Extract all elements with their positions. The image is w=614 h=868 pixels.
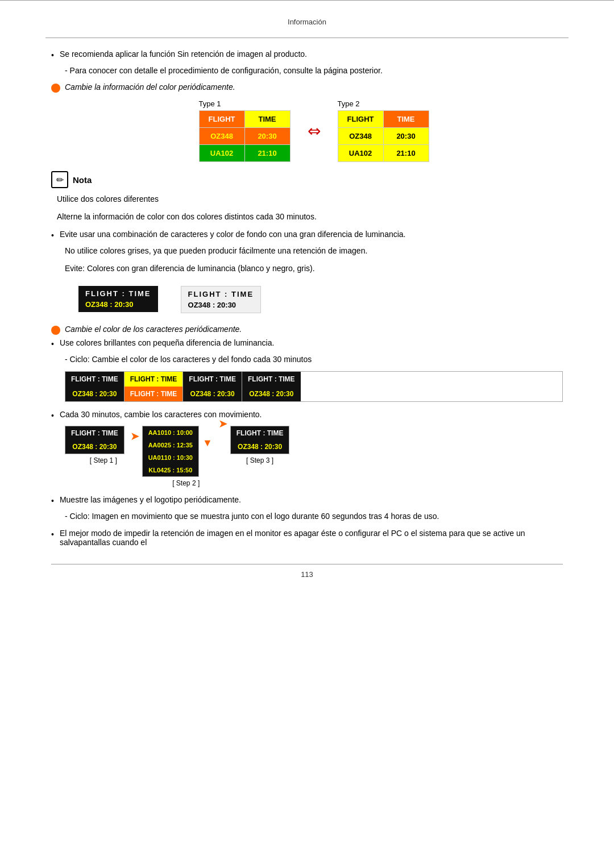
type2-wrapper: Type 2 FLIGHT TIME OZ348 20:30 UA102 21:…	[338, 99, 429, 162]
flight-tables-container: Type 1 FLIGHT TIME OZ348 20:30 UA102 21:…	[65, 99, 563, 162]
t2-time1: 20:30	[383, 128, 429, 145]
bullet-text-3: Use colores brillantes con pequeña difer…	[60, 338, 274, 347]
step3-label: [ Step 3 ]	[246, 456, 273, 464]
step3-bot: OZ348 : 20:30	[231, 440, 289, 454]
cycle-boxes: FLIGHT : TIME OZ348 : 20:30 FLIGHT : TIM…	[65, 371, 563, 402]
step2-row2: AA0025 : 12:35	[143, 439, 198, 451]
bullet-item-3: • Use colores brillantes con pequeña dif…	[51, 338, 563, 348]
t2-col-flight: FLIGHT	[338, 111, 383, 128]
type2-label: Type 2	[338, 99, 360, 108]
bullet-item-1: • Se recomienda aplicar la función Sin r…	[51, 49, 563, 60]
light-box-row2: OZ348 : 20:30	[188, 301, 254, 309]
bullet-item-5: • Muestre las imágenes y el logotipo per…	[51, 495, 563, 505]
light-box-row1: FLIGHT : TIME	[188, 290, 254, 298]
bullet-text-1: Se recomienda aplicar la función Sin ret…	[60, 49, 307, 59]
step2-down-arrow: ▼	[202, 437, 213, 449]
bullet2-sub2: Evite: Colores con gran diferencia de lu…	[65, 262, 563, 275]
t2-oz348: OZ348	[338, 128, 383, 145]
orange-dot-2	[51, 326, 60, 335]
light-flight-box: FLIGHT : TIME OZ348 : 20:30	[181, 286, 262, 313]
bullet5-sub: - Ciclo: Imagen en movimiento que se mue…	[65, 510, 563, 522]
page-title: Información	[288, 18, 326, 26]
cycle-box-1: FLIGHT : TIME OZ348 : 20:30	[65, 372, 125, 401]
t1-ua102: UA102	[199, 145, 244, 162]
nota-box: ✏ Nota	[51, 171, 563, 188]
step1-bot: OZ348 : 20:30	[65, 440, 124, 454]
t2-time2: 21:10	[383, 145, 429, 162]
t1-time2: 21:10	[244, 145, 290, 162]
nota-line2: Alterne la información de color con dos …	[57, 210, 563, 223]
page-number: 113	[51, 564, 563, 579]
nota-line1: Utilice dos colores diferentes	[57, 193, 563, 205]
step3-top: FLIGHT : TIME	[231, 426, 289, 440]
cycle-cell-2-top: FLIGHT : TIME	[125, 372, 183, 387]
step1-block: FLIGHT : TIME OZ348 : 20:30 ➤ [ Step 1 ]	[65, 426, 142, 464]
bullet-item-4: • Cada 30 minutos, cambie los caracteres…	[51, 410, 563, 420]
step1-top: FLIGHT : TIME	[65, 426, 124, 440]
t1-time1: 20:30	[244, 128, 290, 145]
type1-table: FLIGHT TIME OZ348 20:30 UA102 21:10	[199, 110, 291, 162]
orange-bullet-1: Cambie la información del color periódic…	[51, 82, 563, 93]
bullet1-sub: - Para conocer con detalle el procedimie…	[65, 64, 563, 77]
type1-wrapper: Type 1 FLIGHT TIME OZ348 20:30 UA102 21:…	[199, 99, 291, 162]
t1-col-flight: FLIGHT	[199, 111, 244, 128]
bullet-text-4: Cada 30 minutos, cambie los caracteres c…	[60, 410, 262, 419]
cycle-cell-2-bot: FLIGHT : TIME	[125, 387, 183, 401]
bullet3-sub: - Ciclo: Cambie el color de los caracter…	[65, 353, 563, 366]
bullet-text-2: Evite usar una combinación de caracteres…	[60, 230, 406, 239]
step2-block: AA1010 : 10:00 AA0025 : 12:35 UA0110 : 1…	[142, 426, 230, 487]
two-boxes: FLIGHT : TIME OZ348 : 20:30 FLIGHT : TIM…	[65, 280, 563, 319]
step2-table-wrap: AA1010 : 10:00 AA0025 : 12:35 UA0110 : 1…	[142, 426, 230, 477]
t1-oz348: OZ348	[199, 128, 244, 145]
cycle-box-2: FLIGHT : TIME FLIGHT : TIME	[125, 372, 184, 401]
step3-block: FLIGHT : TIME OZ348 : 20:30 [ Step 3 ]	[230, 426, 290, 464]
steps-container: FLIGHT : TIME OZ348 : 20:30 ➤ [ Step 1 ]…	[65, 426, 563, 487]
table-row: UA102 21:10	[338, 145, 429, 162]
nota-label: Nota	[73, 175, 92, 185]
step2-box: AA1010 : 10:00 AA0025 : 12:35 UA0110 : 1…	[142, 426, 199, 477]
bullet-item-2: • Evite usar una combinación de caracter…	[51, 230, 563, 240]
table-row: FLIGHT TIME	[199, 111, 290, 128]
step2-label: [ Step 2 ]	[172, 479, 200, 487]
step3-box: FLIGHT : TIME OZ348 : 20:30	[230, 426, 290, 454]
dark-box-row2: OZ348 : 20:30	[85, 300, 151, 309]
bullet-dot-1: •	[51, 51, 54, 60]
table-row: OZ348 20:30	[338, 128, 429, 145]
step2-row4: KL0425 : 15:50	[143, 464, 198, 476]
step2-row3: UA0110 : 10:30	[143, 451, 198, 464]
type1-label: Type 1	[199, 99, 221, 108]
table-row: FLIGHT TIME	[338, 111, 429, 128]
orange-label-2: Cambie el color de los caracteres periód…	[65, 325, 242, 334]
t2-col-time: TIME	[383, 111, 429, 128]
orange-label-1: Cambie la información del color periódic…	[65, 82, 235, 92]
bullet-text-5: Muestre las imágenes y el logotipo perió…	[60, 495, 241, 504]
step2-right-arrow: ➤	[218, 417, 228, 430]
table-row: OZ348 20:30	[199, 128, 290, 145]
step1-table-wrap: FLIGHT : TIME OZ348 : 20:30 ➤	[65, 426, 142, 454]
cycle-box-3: FLIGHT : TIME OZ348 : 20:30	[183, 372, 242, 401]
bullet-dot-6: •	[51, 530, 54, 539]
cycle-cell-3-top: FLIGHT : TIME	[183, 372, 242, 387]
t2-ua102: UA102	[338, 145, 383, 162]
step2-row1: AA1010 : 10:00	[143, 426, 198, 439]
bullet-dot-2: •	[51, 231, 54, 240]
step2-arrows: ▼	[202, 437, 213, 449]
type2-table: FLIGHT TIME OZ348 20:30 UA102 21:10	[338, 110, 429, 162]
step1-label: [ Step 1 ]	[90, 456, 117, 464]
bullet-text-6: El mejor modo de impedir la retención de…	[60, 529, 563, 547]
cycle-cell-3-bot: OZ348 : 20:30	[183, 387, 242, 401]
cycle-cell-4-bot: OZ348 : 20:30	[242, 387, 301, 401]
cycle-cell-1-top: FLIGHT : TIME	[65, 372, 124, 387]
bullet-dot-3: •	[51, 339, 54, 348]
bullet-dot-4: •	[51, 411, 54, 420]
bullet-item-6: • El mejor modo de impedir la retención …	[51, 529, 563, 547]
page-header: Información	[45, 12, 569, 38]
bullet-dot-5: •	[51, 496, 54, 505]
cycle-cell-4-top: FLIGHT : TIME	[242, 372, 301, 387]
arrow-icon: ⇔	[308, 122, 321, 140]
step1-arrow-icon: ➤	[130, 429, 140, 443]
table-row: UA102 21:10	[199, 145, 290, 162]
dark-box-row1: FLIGHT : TIME	[85, 289, 151, 298]
orange-dot-1	[51, 84, 60, 93]
cycle-box-4: FLIGHT : TIME OZ348 : 20:30	[242, 372, 301, 401]
